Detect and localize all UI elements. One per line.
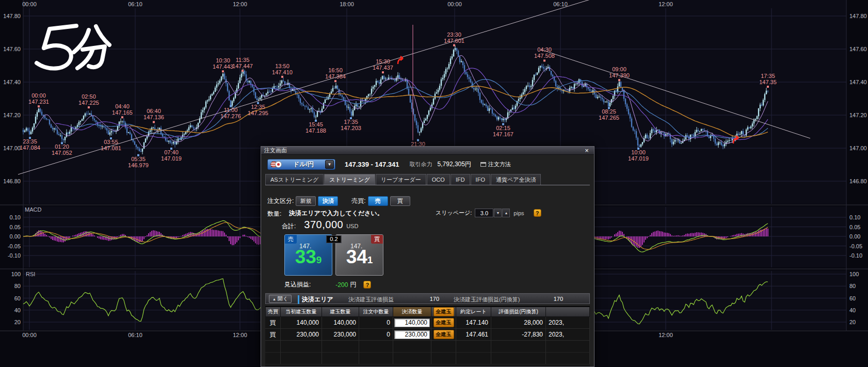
order-method-link[interactable]: 注文方法 (480, 161, 511, 168)
cell-all-positions: 全建玉 (431, 317, 456, 329)
order-type-new-button[interactable]: 新規 (296, 196, 316, 206)
help-icon[interactable]: ? (534, 209, 541, 217)
tab-leave-order[interactable]: リーブオーダー (376, 174, 426, 185)
svg-text:0.10: 0.10 (849, 214, 860, 220)
side-sell-button[interactable]: 売 (368, 196, 388, 206)
cell-side: 買 (265, 329, 281, 341)
svg-text:147.80: 147.80 (3, 13, 21, 19)
close-pl-jpy-value: 170 (544, 296, 563, 302)
table-row[interactable]: 買 230,000 230,000 0 230,000 全建玉 147.461 … (265, 329, 590, 341)
svg-text:147.019: 147.019 (628, 155, 649, 162)
svg-text:147.165: 147.165 (112, 109, 133, 116)
svg-text:147.384: 147.384 (325, 73, 346, 79)
svg-text:0.00: 0.00 (849, 233, 860, 240)
svg-text:-0.05: -0.05 (849, 243, 862, 249)
buy-price-pip: 1 (367, 254, 373, 265)
tab-close-all-pair[interactable]: 通貨ペア全決済 (491, 174, 541, 185)
order-window-body: ドル/円 ▼ 147.339 - 147.341 取引余力 5,792,305円… (261, 155, 594, 366)
slippage-input[interactable]: 3.0 (475, 209, 493, 217)
svg-text:147.276: 147.276 (220, 113, 241, 119)
cell-rate: 147.461 (456, 329, 491, 341)
cell-position-qty: 140,000 (322, 317, 359, 329)
buy-price: 341 (336, 247, 383, 266)
side-buy-button[interactable]: 買 (390, 196, 410, 206)
svg-text:147.410: 147.410 (272, 69, 293, 75)
chevron-down-icon[interactable]: ▼ (494, 209, 502, 217)
svg-text:147.443: 147.443 (213, 63, 233, 70)
order-type-close-button[interactable]: 決済 (318, 196, 338, 206)
currency-pair-select[interactable]: ドル/円 ▼ (267, 159, 335, 170)
col-close-qty[interactable]: 決済数量 (393, 307, 431, 317)
buy-tag: 買 (371, 235, 383, 244)
tab-streaming[interactable]: ストリーミング (324, 174, 375, 185)
cell-initial-qty: 230,000 (281, 329, 322, 341)
cell-date: 2023, (546, 317, 590, 329)
order-window-titlebar[interactable]: 注文画面 × (261, 147, 594, 155)
order-tabs: ASストリーミング ストリーミング リーブオーダー OCO IFD IFO 通貨… (265, 174, 590, 185)
expected-pl-row: 見込損益: -200 円 ? (284, 280, 371, 289)
svg-text:40: 40 (849, 307, 856, 313)
sell-price-button[interactable]: 売 147. 339 (284, 234, 332, 276)
svg-text:23:30: 23:30 (447, 31, 461, 38)
col-initial-qty[interactable]: 当初建玉数量 (281, 307, 322, 317)
svg-text:147.508: 147.508 (534, 53, 555, 59)
svg-text:04:30: 04:30 (537, 46, 552, 53)
order-window-title: 注文画面 (264, 147, 287, 154)
cell-all-positions: 全建玉 (431, 329, 456, 341)
svg-text:00:00: 00:00 (22, 332, 37, 338)
all-positions-badge[interactable]: 全建玉 (433, 318, 454, 327)
svg-text:147.00: 147.00 (849, 145, 867, 151)
svg-text:10:30: 10:30 (216, 57, 230, 63)
open-close-area-button[interactable]: ▲ 開く (269, 295, 292, 303)
svg-text:146.80: 146.80 (3, 178, 21, 184)
buy-price-button[interactable]: 買 147. 341 (335, 234, 383, 276)
svg-text:147.60: 147.60 (3, 46, 21, 52)
sell-price-pip: 9 (316, 254, 322, 265)
svg-text:12:00: 12:00 (658, 1, 673, 7)
quantity-hint: 決済エリアで入力してください。 (289, 209, 383, 218)
tab-ifo[interactable]: IFO (471, 174, 490, 185)
table-row[interactable]: 買 140,000 140,000 0 140,000 全建玉 147.140 … (265, 317, 590, 329)
svg-text:147.80: 147.80 (849, 13, 867, 19)
svg-text:12:00: 12:00 (233, 332, 247, 338)
tab-oco[interactable]: OCO (427, 174, 450, 185)
svg-text:147.20: 147.20 (3, 112, 21, 118)
svg-text:0.00: 0.00 (10, 233, 21, 240)
svg-text:12:00: 12:00 (233, 1, 247, 7)
col-extra (546, 307, 590, 317)
all-positions-badge[interactable]: 全建玉 (433, 330, 454, 339)
svg-text:00:00: 00:00 (22, 1, 37, 7)
side-label: 売買: (351, 197, 365, 205)
svg-text:0.05: 0.05 (849, 224, 860, 230)
cell-valuation-pl: 28,000 (491, 317, 546, 329)
price-ticket: 0.2 売 147. 339 買 147. 341 (284, 234, 383, 276)
col-pending-qty[interactable]: 注文中数量 (359, 307, 393, 317)
order-type-row: 注文区分: 新規 決済 売買: 売 買 (267, 196, 410, 206)
svg-text:00:00: 00:00 (31, 92, 46, 99)
col-rate[interactable]: 約定レート (456, 307, 491, 317)
chevron-up-icon[interactable]: ▲ (502, 209, 510, 217)
help-icon[interactable]: ? (363, 281, 371, 289)
sell-price: 339 (285, 247, 332, 266)
tab-ifd[interactable]: IFD (451, 174, 470, 185)
svg-text:147.447: 147.447 (232, 63, 253, 69)
close-qty-input[interactable]: 230,000 (394, 330, 430, 339)
japan-flag-icon (275, 161, 282, 168)
tab-as-streaming[interactable]: ASストリーミング (265, 174, 324, 185)
svg-text:02:15: 02:15 (496, 125, 510, 131)
svg-text:80: 80 (14, 283, 21, 289)
svg-text:100: 100 (11, 271, 21, 277)
col-position-qty[interactable]: 建玉数量 (322, 307, 359, 317)
svg-text:20: 20 (849, 319, 856, 325)
all-positions-badge[interactable]: 全建玉 (433, 307, 454, 316)
col-side[interactable]: 売買 (265, 307, 281, 317)
total-unit: USD (346, 223, 358, 229)
chevron-down-icon[interactable]: ▼ (325, 160, 334, 169)
col-valuation-pl[interactable]: 評価損益(円換算) (491, 307, 546, 317)
svg-text:147.601: 147.601 (444, 38, 464, 44)
expected-pl-unit: 円 (350, 280, 356, 289)
close-icon[interactable]: × (583, 147, 591, 154)
svg-text:0.10: 0.10 (10, 214, 21, 220)
close-qty-input[interactable]: 140,000 (394, 318, 430, 327)
svg-text:06:10: 06:10 (128, 332, 142, 338)
